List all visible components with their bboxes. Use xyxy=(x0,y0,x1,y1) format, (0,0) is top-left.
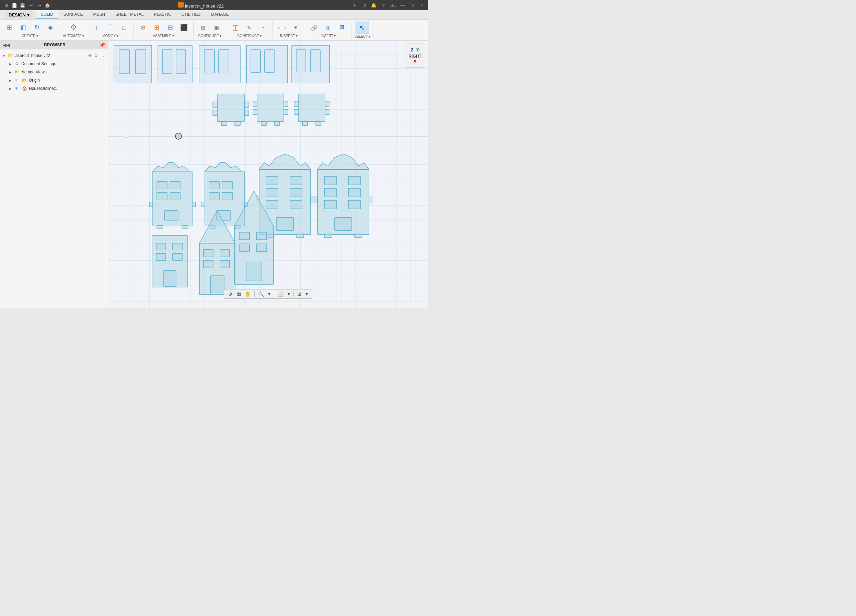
svg-rect-50 xyxy=(209,181,219,189)
minimize-icon[interactable]: — xyxy=(399,2,406,9)
table-btn[interactable]: ▦ xyxy=(210,22,223,33)
home-icon[interactable]: 🏠 xyxy=(44,2,51,9)
section-icon: ⊞ xyxy=(291,23,300,32)
maximize-icon[interactable]: □ xyxy=(409,2,416,9)
viewport[interactable]: Z Y RIGHT X ⊕ ▦ ✋ 🔍 ▾ ⬜ ▾ ⊞ ▾ xyxy=(108,41,428,308)
point-btn[interactable]: • xyxy=(256,22,269,33)
file-icon[interactable]: 📄 xyxy=(11,2,18,9)
svg-rect-7 xyxy=(204,50,214,73)
grid-toggle-icon[interactable]: ▦ xyxy=(235,290,242,297)
svg-rect-79 xyxy=(348,200,360,209)
tree-item-origin[interactable]: ▶ 👁 📂 Origin xyxy=(8,76,106,84)
titlebar: ⊞ 📄 💾 ↩ ↪ 🏠 lasercut_house v22 + ⏱ 🔔 ? S… xyxy=(0,0,428,10)
svg-rect-20 xyxy=(222,121,227,126)
section-analysis-btn[interactable]: ⊞ xyxy=(289,22,302,33)
align-btn[interactable]: ⊟ xyxy=(164,22,177,33)
titlebar-center: lasercut_house v22 xyxy=(178,2,223,9)
svg-rect-90 xyxy=(164,270,176,286)
house-large-4 xyxy=(314,125,373,239)
as-built-btn[interactable]: ⊞ xyxy=(150,22,163,33)
svg-rect-97 xyxy=(210,276,224,293)
axis-btn[interactable]: ⇅ xyxy=(243,22,256,33)
svg-rect-23 xyxy=(257,94,284,121)
grid-dropdown-icon[interactable]: ▾ xyxy=(304,290,309,297)
save-icon[interactable]: 💾 xyxy=(19,2,26,9)
svg-rect-71 xyxy=(296,234,304,237)
new-component-btn[interactable]: ⊞ xyxy=(3,22,16,33)
tree-item-root[interactable]: ▼ 📁 lasercut_house v22 👁 ⚙ … xyxy=(2,51,106,60)
svg-rect-26 xyxy=(253,109,257,115)
rect-shape-2 xyxy=(156,43,194,86)
svg-rect-80 xyxy=(335,217,352,230)
insert-component-btn[interactable]: ⊞ xyxy=(322,22,335,33)
sidebar-collapse-icon[interactable]: ◀◀ xyxy=(3,42,10,48)
measure-btn[interactable]: ⟷ xyxy=(275,22,288,33)
tab-utilities[interactable]: UTILITIES xyxy=(176,10,205,19)
design-button[interactable]: DESIGN ▾ xyxy=(5,11,33,19)
visibility-icon[interactable]: 👁 xyxy=(87,54,93,58)
titlebar-right: + ⏱ 🔔 ? SL — □ × xyxy=(351,2,425,9)
tab-sheet-metal[interactable]: SHEET METAL xyxy=(111,10,148,19)
svg-marker-38 xyxy=(153,163,189,171)
svg-marker-60 xyxy=(259,154,311,169)
pan-icon[interactable]: ✋ xyxy=(244,290,252,297)
redo-icon[interactable]: ↪ xyxy=(36,2,43,9)
loft-icon: ◆ xyxy=(46,23,55,32)
parameters-btn[interactable]: ⊞ xyxy=(196,22,209,33)
svg-rect-84 xyxy=(354,234,362,237)
user-avatar[interactable]: SL xyxy=(390,2,396,9)
notifications-icon[interactable]: 🔔 xyxy=(370,2,377,9)
automate-btn[interactable]: ⚙ xyxy=(67,22,80,33)
tab-surface[interactable]: SURFACE xyxy=(59,10,88,19)
close-icon[interactable]: × xyxy=(419,2,425,9)
help-icon[interactable]: ? xyxy=(380,2,387,9)
tab-solid[interactable]: SOLID xyxy=(36,10,58,19)
ribbon-group-inspect: ⟷ ⊞ INSPECT ▾ xyxy=(273,21,305,39)
fillet-btn[interactable]: ⌒ xyxy=(104,22,117,33)
svg-rect-34 xyxy=(325,109,329,115)
shell-btn[interactable]: ◻ xyxy=(117,22,131,33)
svg-rect-86 xyxy=(156,243,166,250)
automate-label: AUTOMATE ▾ xyxy=(63,34,84,38)
extrude-btn[interactable]: ◧ xyxy=(17,22,29,33)
joint-btn[interactable]: ⊕ xyxy=(136,22,149,33)
tree-item-named-views[interactable]: ▶ 📂 Named Views xyxy=(8,68,106,76)
select-btn[interactable]: ↖ xyxy=(356,22,369,34)
decal-btn[interactable]: 🖼 xyxy=(335,22,348,33)
settings-icon[interactable]: ⚙ xyxy=(93,54,99,58)
display-dropdown-icon[interactable]: ▾ xyxy=(286,290,291,297)
svg-rect-4 xyxy=(162,50,172,74)
svg-rect-15 xyxy=(217,94,244,121)
svg-rect-94 xyxy=(220,249,229,257)
loft-btn[interactable]: ◆ xyxy=(44,22,57,33)
svg-rect-27 xyxy=(284,109,288,115)
motion-link-btn[interactable]: ⬛ xyxy=(177,22,191,33)
history-icon[interactable]: ⏱ xyxy=(361,2,368,9)
sidebar-pin-icon[interactable]: 📌 xyxy=(99,42,105,48)
apps-icon[interactable]: ⊞ xyxy=(3,2,9,9)
tab-manage[interactable]: MANAGE xyxy=(206,10,234,19)
toolbar-sep-2 xyxy=(274,291,274,297)
display-mode-icon[interactable]: ⬜ xyxy=(276,290,285,297)
more-icon[interactable]: … xyxy=(100,54,105,58)
grid-icon[interactable]: ⊞ xyxy=(296,290,303,297)
tab-mesh[interactable]: MESH xyxy=(89,10,110,19)
press-pull-btn[interactable]: ↕ xyxy=(90,22,103,33)
insert-link-btn[interactable]: 🔗 xyxy=(308,22,321,33)
plane-btn[interactable]: ◫ xyxy=(229,22,242,33)
zoom-icon[interactable]: 🔍 xyxy=(257,290,265,297)
tree-item-doc-settings[interactable]: ▶ ⚙ Document Settings xyxy=(8,60,106,68)
revolve-btn[interactable]: ↻ xyxy=(30,22,43,33)
tab-add-icon[interactable]: + xyxy=(351,2,358,9)
tab-plastic[interactable]: PLASTIC xyxy=(149,10,176,19)
svg-rect-41 xyxy=(157,192,167,200)
point-icon: • xyxy=(258,23,268,32)
svg-rect-55 xyxy=(202,202,205,207)
tree-item-house-outline[interactable]: ▶ 👁 🏠 HouseOutline:1 xyxy=(8,84,106,92)
configure-icons: ⊞ ▦ xyxy=(196,22,223,33)
sidebar-tree: ▼ 📁 lasercut_house v22 👁 ⚙ … ▶ ⚙ Documen… xyxy=(0,49,108,308)
automate-icon: ⚙ xyxy=(69,23,78,32)
undo-icon[interactable]: ↩ xyxy=(28,2,34,9)
zoom-dropdown-icon[interactable]: ▾ xyxy=(267,290,272,297)
move-icon[interactable]: ⊕ xyxy=(227,290,234,297)
